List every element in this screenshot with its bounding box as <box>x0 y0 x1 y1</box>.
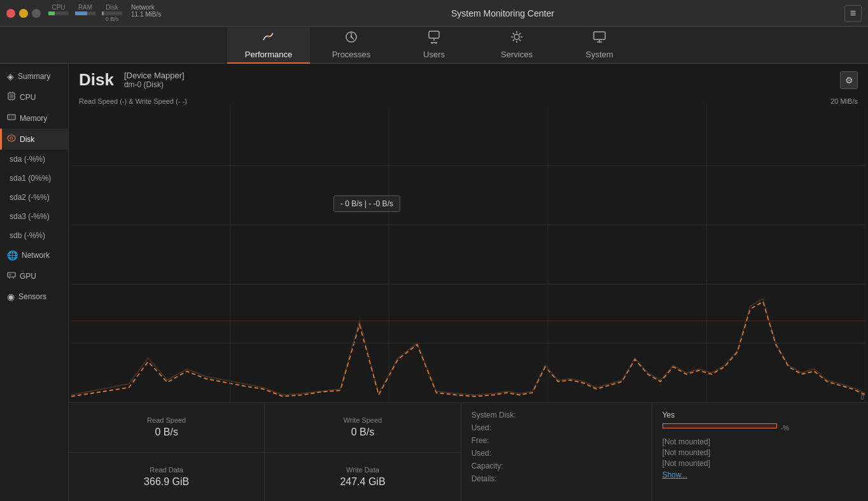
disk-extra-col: Yes -% [Not mounted] [Not mounted] [Not … <box>652 403 868 501</box>
stats-panel: Read Speed 0 B/s Read Data 366.9 GiB Wri… <box>69 402 868 501</box>
sidebar-item-gpu[interactable]: GPU <box>0 265 68 286</box>
sidebar-network-label: Network <box>22 251 50 260</box>
read-data-label: Read Data <box>150 466 183 474</box>
capacity-row: Capacity: <box>472 462 641 470</box>
chart-label: Read Speed (-) & Write Speed (- -) <box>79 97 187 105</box>
system-icon <box>592 30 606 47</box>
gpu-icon <box>7 271 16 281</box>
disk-label: Disk <box>106 4 118 11</box>
disk-indicator: Disk 0 B/s <box>102 4 122 22</box>
read-speed-col: Read Speed 0 B/s Read Data 366.9 GiB <box>69 403 265 501</box>
main-area: ◈ Summary CPU Memory Disk sda (-%%) sda1… <box>0 64 868 501</box>
disk-settings-button[interactable]: ⚙ <box>840 71 858 89</box>
chart-header: Read Speed (-) & Write Speed (- -) 20 Mi… <box>69 96 868 106</box>
capacity-label: Capacity: <box>472 462 516 470</box>
minimize-button[interactable] <box>19 9 28 18</box>
tab-processes-label: Processes <box>332 50 371 59</box>
titlebar: CPU RAM Disk 0 B/s Network 11.1 MiB/s Sy… <box>0 0 868 27</box>
tooltip-text: - 0 B/s | - -0 B/s <box>340 199 393 208</box>
resource-indicators: CPU RAM Disk 0 B/s Network 11.1 MiB/s <box>48 4 161 22</box>
sidebar-item-cpu[interactable]: CPU <box>0 87 68 108</box>
menu-button[interactable]: ≡ <box>844 5 862 22</box>
tab-users[interactable]: Users <box>393 27 475 64</box>
not-mounted-3: [Not mounted] <box>662 459 858 468</box>
ram-bar <box>75 11 95 15</box>
tab-processes[interactable]: Processes <box>310 27 393 64</box>
write-speed-value: 0 B/s <box>351 427 374 438</box>
free-row: Free: <box>472 436 641 445</box>
svg-point-0 <box>268 36 270 38</box>
sidebar-memory-label: Memory <box>20 114 47 123</box>
chart-tooltip: - 0 B/s | - -0 B/s <box>333 195 400 212</box>
tab-services-label: Services <box>501 50 533 59</box>
services-icon <box>510 30 524 47</box>
usage-bar-container <box>662 423 777 428</box>
sidebar-gpu-label: GPU <box>20 272 36 281</box>
system-disk-row: System Disk: <box>472 411 641 420</box>
read-data-value: 366.9 GiB <box>144 476 189 488</box>
sidebar-item-sda2[interactable]: sda2 (-%%) <box>0 188 68 207</box>
svg-point-22 <box>8 135 15 141</box>
bar-suffix: -% <box>781 424 789 432</box>
tab-performance[interactable]: Performance <box>227 27 310 64</box>
read-speed-box: Read Speed 0 B/s <box>69 403 264 453</box>
yes-label: Yes <box>662 411 858 420</box>
disk-bytes: 0 B/s <box>106 16 119 22</box>
y-label-0: 0 <box>860 394 864 401</box>
net-label: Network <box>131 4 161 11</box>
summary-icon: ◈ <box>7 71 14 81</box>
write-speed-label: Write Speed <box>344 416 382 424</box>
performance-icon <box>262 30 276 47</box>
read-speed-value: 0 B/s <box>155 427 178 438</box>
write-data-box: Write Data 247.4 GiB <box>265 453 460 502</box>
grid-line-4 <box>71 343 865 344</box>
cpu-bar <box>48 11 69 15</box>
used2-row: Used: <box>472 449 641 458</box>
system-disk-label: System Disk: <box>472 411 516 420</box>
disk-header: Disk [Device Mapper] dm-0 (Disk) ⚙ <box>69 64 868 96</box>
sidebar-disk-label: Disk <box>20 135 34 144</box>
close-button[interactable] <box>6 9 15 18</box>
chart-container: - 0 B/s | - -0 B/s 0 <box>71 106 865 402</box>
sidebar-item-disk[interactable]: Disk <box>0 129 68 150</box>
sidebar-item-sdb[interactable]: sdb (-%%) <box>0 226 68 245</box>
svg-rect-3 <box>429 31 439 38</box>
chart-max: 20 MiB/s <box>830 97 858 105</box>
sidebar-item-sda3[interactable]: sda3 (-%%) <box>0 207 68 226</box>
tab-services[interactable]: Services <box>475 27 558 64</box>
svg-point-6 <box>431 43 433 44</box>
grid-line-1 <box>71 166 865 166</box>
svg-point-2 <box>351 36 353 38</box>
read-data-box: Read Data 366.9 GiB <box>69 453 264 502</box>
not-mounted-2: [Not mounted] <box>662 448 858 457</box>
window-controls[interactable] <box>6 9 41 18</box>
sidebar-item-sda[interactable]: sda (-%%) <box>0 150 68 169</box>
device-mapper: [Device Mapper] <box>124 71 185 80</box>
tab-system[interactable]: System <box>558 27 641 64</box>
write-speed-box: Write Speed 0 B/s <box>265 403 460 453</box>
ram-label: RAM <box>78 4 92 11</box>
sidebar-sdb-label: sdb (-%%) <box>10 231 45 240</box>
sidebar-item-memory[interactable]: Memory <box>0 108 68 129</box>
ram-indicator: RAM <box>75 4 95 22</box>
disk-subtitle: [Device Mapper] dm-0 (Disk) <box>124 71 185 89</box>
tab-bar: Performance Processes Users <box>0 27 868 64</box>
svg-rect-13 <box>10 94 13 98</box>
sidebar-item-sda1[interactable]: sda1 (0%%) <box>0 169 68 188</box>
sidebar-item-network[interactable]: 🌐 Network <box>0 245 68 265</box>
details-label: Details: <box>472 474 516 483</box>
sidebar-item-summary[interactable]: ◈ Summary <box>0 66 68 87</box>
content-area: Disk [Device Mapper] dm-0 (Disk) ⚙ Read … <box>69 64 868 501</box>
cpu-sidebar-icon <box>7 92 16 102</box>
sidebar-sda1-label: sda1 (0%%) <box>10 174 51 183</box>
app-title: System Monitoring Center <box>161 8 844 18</box>
free-label: Free: <box>472 436 516 445</box>
svg-point-7 <box>435 43 437 44</box>
chart-svg <box>71 106 865 402</box>
show-more-link[interactable]: Show... <box>662 470 858 479</box>
sidebar-item-sensors[interactable]: ◉ Sensors <box>0 286 68 307</box>
maximize-button[interactable] <box>32 9 41 18</box>
network-indicator: Network 11.1 MiB/s <box>131 4 161 22</box>
svg-rect-9 <box>594 32 605 39</box>
svg-point-23 <box>10 137 13 139</box>
